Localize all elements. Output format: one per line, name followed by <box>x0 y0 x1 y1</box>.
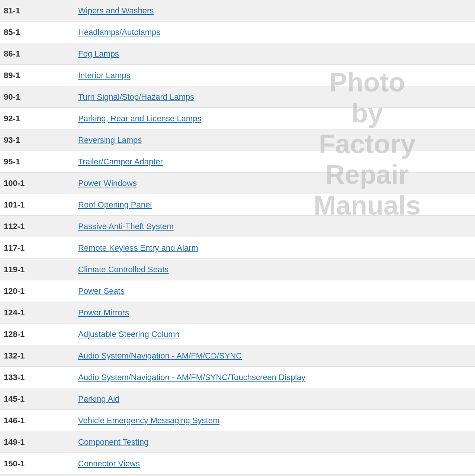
row-number: 89-1 <box>0 71 74 80</box>
row-number: 132-1 <box>0 351 74 361</box>
row-number: 146-1 <box>0 416 74 425</box>
row-number: 112-1 <box>0 222 74 231</box>
row-number: 95-1 <box>0 157 74 167</box>
table-row: 124-1Power Mirrors <box>0 302 475 324</box>
table-row: 89-1Interior Lamps <box>0 65 475 86</box>
row-link[interactable]: Audio System/Navigation - AM/FM/SYNC/Tou… <box>78 373 305 382</box>
table-row: 149-1Component Testing <box>0 431 475 453</box>
row-link[interactable]: Turn Signal/Stop/Hazard Lamps <box>78 92 194 102</box>
row-number: 117-1 <box>0 243 74 253</box>
row-link[interactable]: Passive Anti-Theft System <box>78 222 174 231</box>
row-link[interactable]: Wipers and Washers <box>78 6 154 15</box>
table-row: 117-1Remote Keyless Entry and Alarm <box>0 237 475 259</box>
row-link[interactable]: Adjustable Steering Column <box>78 329 180 339</box>
row-number: 120-1 <box>0 286 74 296</box>
table-row: 81-1Wipers and Washers <box>0 0 475 22</box>
row-link[interactable]: Trailer/Camper Adapter <box>78 157 163 166</box>
row-number: 101-1 <box>0 200 74 210</box>
row-number: 81-1 <box>0 6 74 16</box>
table-row: 120-1Power Seats <box>0 280 475 302</box>
row-link[interactable]: Component Testing <box>78 437 148 447</box>
row-link[interactable]: Parking, Rear and License Lamps <box>78 114 201 123</box>
row-number: 85-1 <box>0 28 74 37</box>
row-link[interactable]: Headlamps/Autolamps <box>78 28 160 37</box>
row-number: 133-1 <box>0 373 74 382</box>
table-row: 119-1Climate Controlled Seats <box>0 259 475 280</box>
table-row: 145-1Parking Aid <box>0 388 475 410</box>
table-row: 146-1Vehicle Emergency Messaging System <box>0 410 475 431</box>
table-row: 93-1Reversing Lamps <box>0 129 475 151</box>
row-link[interactable]: Reversing Lamps <box>78 135 142 145</box>
row-link[interactable]: Parking Aid <box>78 394 119 403</box>
row-number: 150-1 <box>0 459 74 469</box>
row-link[interactable]: Vehicle Emergency Messaging System <box>78 416 219 425</box>
table-row: 101-1Roof Opening Panel <box>0 194 475 216</box>
row-link[interactable]: Remote Keyless Entry and Alarm <box>78 243 198 253</box>
row-number: 119-1 <box>0 265 74 274</box>
row-number: 128-1 <box>0 329 74 339</box>
table-row: 128-1Adjustable Steering Column <box>0 324 475 345</box>
table-row: 112-1Passive Anti-Theft System <box>0 216 475 237</box>
row-number: 145-1 <box>0 394 74 404</box>
table-row: 86-1Fog Lamps <box>0 43 475 65</box>
row-link[interactable]: Power Windows <box>78 178 137 188</box>
row-link[interactable]: Climate Controlled Seats <box>78 265 169 274</box>
table-row: 151-1Component Location Views <box>0 475 475 476</box>
row-number: 124-1 <box>0 308 74 318</box>
row-link[interactable]: Fog Lamps <box>78 49 119 58</box>
row-link[interactable]: Audio System/Navigation - AM/FM/CD/SYNC <box>78 351 242 360</box>
table-row: 132-1Audio System/Navigation - AM/FM/CD/… <box>0 345 475 367</box>
table-row: 100-1Power Windows <box>0 173 475 194</box>
row-number: 100-1 <box>0 178 74 188</box>
row-number: 92-1 <box>0 114 74 123</box>
row-link[interactable]: Connector Views <box>78 459 140 468</box>
content-table: 81-1Wipers and Washers85-1Headlamps/Auto… <box>0 0 475 476</box>
table-row: 133-1Audio System/Navigation - AM/FM/SYN… <box>0 367 475 388</box>
table-row: 92-1Parking, Rear and License Lamps <box>0 108 475 129</box>
row-link[interactable]: Power Mirrors <box>78 308 129 317</box>
table-row: 85-1Headlamps/Autolamps <box>0 22 475 43</box>
table-row: 150-1Connector Views <box>0 453 475 475</box>
table-row: 90-1Turn Signal/Stop/Hazard Lamps <box>0 86 475 108</box>
row-link[interactable]: Power Seats <box>78 286 125 296</box>
row-link[interactable]: Roof Opening Panel <box>78 200 152 209</box>
row-number: 149-1 <box>0 437 74 447</box>
row-number: 86-1 <box>0 49 74 59</box>
row-number: 90-1 <box>0 92 74 102</box>
table-row: 95-1Trailer/Camper Adapter <box>0 151 475 173</box>
row-number: 93-1 <box>0 135 74 145</box>
row-link[interactable]: Interior Lamps <box>78 71 131 80</box>
